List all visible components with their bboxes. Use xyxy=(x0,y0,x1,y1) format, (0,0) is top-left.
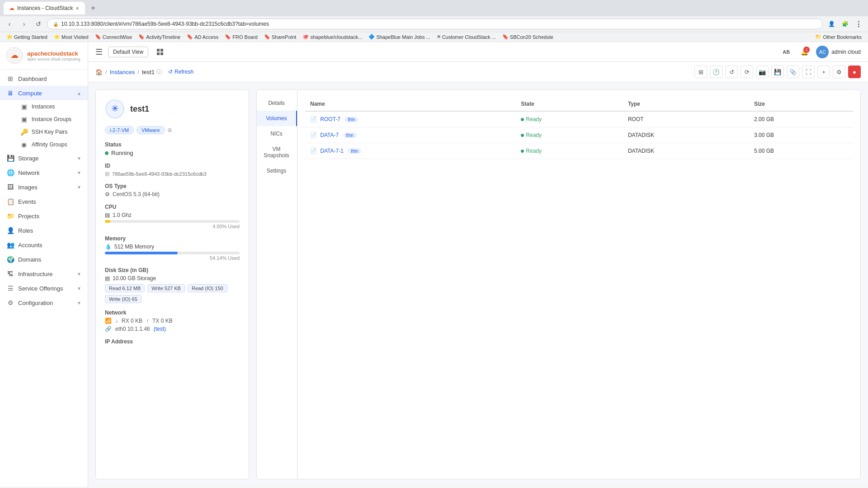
logo-name: apachecloudstack xyxy=(27,50,80,57)
language-button[interactable]: AB xyxy=(780,46,793,58)
svg-rect-4 xyxy=(157,52,160,55)
vol-name-3[interactable]: DATA-7-1 xyxy=(320,148,344,154)
disk-chip-write-io: Write (IO) 65 xyxy=(105,295,142,303)
bookmark-ad-access[interactable]: 🔖 AD Access xyxy=(184,33,221,41)
bookmark-activitytimeline[interactable]: 🔖 ActivityTimeline xyxy=(136,33,183,41)
ssh-key-icon: 🔑 xyxy=(20,128,28,136)
vol-tag-1: thin xyxy=(344,117,358,122)
new-tab-button[interactable]: + xyxy=(88,3,99,14)
ip-label: IP Address xyxy=(105,338,240,345)
cpu-percent: 4.00% Used xyxy=(105,224,240,229)
grid-view-icon xyxy=(156,48,164,56)
copy-icon[interactable]: ⧉ xyxy=(168,127,172,133)
bookmark-getting-started[interactable]: ⭐ Getting Started xyxy=(4,33,50,41)
view-selector[interactable]: Default View xyxy=(108,47,148,57)
back-button[interactable]: ‹ xyxy=(4,18,15,30)
breadcrumb-home[interactable]: 🏠 xyxy=(95,69,103,75)
cpu-bar-fill xyxy=(105,220,110,223)
action-icon-console[interactable]: ⊞ xyxy=(694,66,707,78)
action-icon-snapshot[interactable]: 📷 xyxy=(756,66,769,78)
compute-icon: 🖥 xyxy=(6,89,14,97)
action-icon-sync[interactable]: ⟳ xyxy=(741,66,753,78)
tab-nics[interactable]: NICs xyxy=(257,126,297,141)
chevron-down-icon-service: ▼ xyxy=(77,286,81,291)
test-network-link[interactable]: (test) xyxy=(154,326,166,332)
sidebar-item-roles[interactable]: 👤 Roles xyxy=(0,223,88,238)
tab-settings[interactable]: Settings xyxy=(257,163,297,178)
user-menu[interactable]: AC admin cloud xyxy=(816,46,861,58)
action-icon-attach[interactable]: 📎 xyxy=(787,66,799,78)
svg-rect-2 xyxy=(157,49,160,52)
memory-bar-bg xyxy=(105,252,240,254)
notification-button[interactable]: 🔔 1 xyxy=(798,46,811,58)
sidebar-item-accounts[interactable]: 👥 Accounts xyxy=(0,238,88,252)
extensions-button[interactable]: 🧩 xyxy=(839,18,851,30)
sidebar-item-events[interactable]: 📋 Events xyxy=(0,194,88,209)
action-icon-settings[interactable]: ⚙ xyxy=(833,66,845,78)
sidebar-item-service-offerings[interactable]: ☰ Service Offerings ▼ xyxy=(0,281,88,296)
profile-button[interactable]: 👤 xyxy=(826,18,837,30)
bookmark-most-visited[interactable]: ⭐ Most Visited xyxy=(51,33,91,41)
tab-vm-snapshots[interactable]: VM Snapshots xyxy=(257,141,297,163)
browser-tab[interactable]: ☁ Instances - CloudStack ✕ xyxy=(4,2,85,14)
sidebar-item-domains[interactable]: 🌍 Domains xyxy=(0,252,88,267)
tab-details[interactable]: Details xyxy=(257,95,297,111)
instance-logo: ✳ xyxy=(105,99,125,119)
sidebar-item-projects[interactable]: 📁 Projects xyxy=(0,209,88,223)
sidebar-item-dashboard[interactable]: ⊞ Dashboard xyxy=(0,71,88,86)
bookmark-sbcon20[interactable]: 🔖 SBCon20 Schedule xyxy=(500,33,556,41)
bookmark-shapeblue[interactable]: 🐙 shapeblue/cloudstack... xyxy=(300,33,365,41)
vol-name-1[interactable]: ROOT-7 xyxy=(320,116,340,122)
sidebar-item-configuration[interactable]: ⚙ Configuration ▼ xyxy=(0,296,88,310)
sidebar-item-ssh-key-pairs[interactable]: 🔑 SSH Key Pairs xyxy=(14,126,88,138)
interface-value: eth0 10.1.1.46 xyxy=(115,326,150,332)
status-label: Status xyxy=(105,141,240,148)
action-icon-resize[interactable]: ⛶ xyxy=(802,66,815,78)
sidebar-item-instances[interactable]: ▣ Instances xyxy=(14,100,88,113)
sidebar-item-instance-groups[interactable]: ▣ Instance Groups xyxy=(14,113,88,126)
action-icon-add[interactable]: + xyxy=(817,66,830,78)
notification-badge: 1 xyxy=(803,47,810,53)
reload-button[interactable]: ↺ xyxy=(33,18,44,30)
vol-name-2[interactable]: DATA-7 xyxy=(320,132,339,138)
volume-icon-1: 📄 xyxy=(310,116,317,122)
bookmark-connectwise[interactable]: 🔖 ConnectWise xyxy=(92,33,135,41)
action-icon-backup[interactable]: 💾 xyxy=(771,66,784,78)
cpu-value-row: ▤ 1.0 Ghz xyxy=(105,212,240,218)
volume-icon-3: 📄 xyxy=(310,148,317,154)
action-icon-history[interactable]: 🕐 xyxy=(710,66,722,78)
action-icon-refresh[interactable]: ↺ xyxy=(725,66,738,78)
tab-close-button[interactable]: ✕ xyxy=(75,6,79,11)
cpu-value: 1.0 Ghz xyxy=(113,212,132,218)
bookmark-fro-board[interactable]: 🔖 FRO Board xyxy=(222,33,260,41)
bookmark-sharepoint[interactable]: 🔖 SharePoint xyxy=(261,33,299,41)
forward-button[interactable]: › xyxy=(18,18,30,30)
bookmark-icon-3: 🔖 xyxy=(187,34,193,40)
sidebar-item-infrastructure[interactable]: 🏗 Infrastructure ▼ xyxy=(0,267,88,281)
os-icon: ⚙ xyxy=(105,191,110,197)
sidebar-item-network[interactable]: 🌐 Network ▼ xyxy=(0,165,88,180)
info-icon[interactable]: ⓘ xyxy=(156,68,162,76)
link-icon: 🔗 xyxy=(105,326,112,332)
bookmark-customer-cloudstack[interactable]: ✕ Customer CloudStack ... xyxy=(434,33,499,41)
sidebar-item-compute[interactable]: 🖥 Compute ▲ xyxy=(0,86,88,100)
col-state: State xyxy=(515,97,623,111)
sidebar-item-storage[interactable]: 💾 Storage ▼ xyxy=(0,151,88,165)
tx-value: TX 0 KB xyxy=(152,318,173,324)
tab-volumes[interactable]: Volumes xyxy=(257,111,297,126)
topbar: ☰ Default View AB 🔔 1 AC admin clou xyxy=(88,42,868,62)
more-button[interactable]: ⋮ xyxy=(853,18,864,30)
sidebar-item-images[interactable]: 🖼 Images ▼ xyxy=(0,180,88,194)
sidebar: ☁ apachecloudstack open source cloud com… xyxy=(0,42,88,487)
breadcrumb-instances[interactable]: Instances xyxy=(110,69,135,75)
action-icon-stop[interactable]: ● xyxy=(848,66,861,78)
refresh-button[interactable]: ↺ Refresh xyxy=(165,67,197,77)
sidebar-item-affinity-groups[interactable]: ◉ Affinity Groups xyxy=(14,138,88,151)
cpu-label: CPU xyxy=(105,204,240,210)
view-icon[interactable] xyxy=(154,46,166,58)
hamburger-button[interactable]: ☰ xyxy=(95,47,103,57)
address-bar[interactable]: 🔒 10.10.3.133:8080/client/#/vm/786ae59b-… xyxy=(47,19,823,29)
bookmark-other[interactable]: 📁 Other Bookmarks xyxy=(812,33,864,41)
bookmark-shapeblue-jobs[interactable]: 🔷 ShapeBlue Main Jobs ... xyxy=(366,33,433,41)
network-icon: 🌐 xyxy=(6,169,14,176)
